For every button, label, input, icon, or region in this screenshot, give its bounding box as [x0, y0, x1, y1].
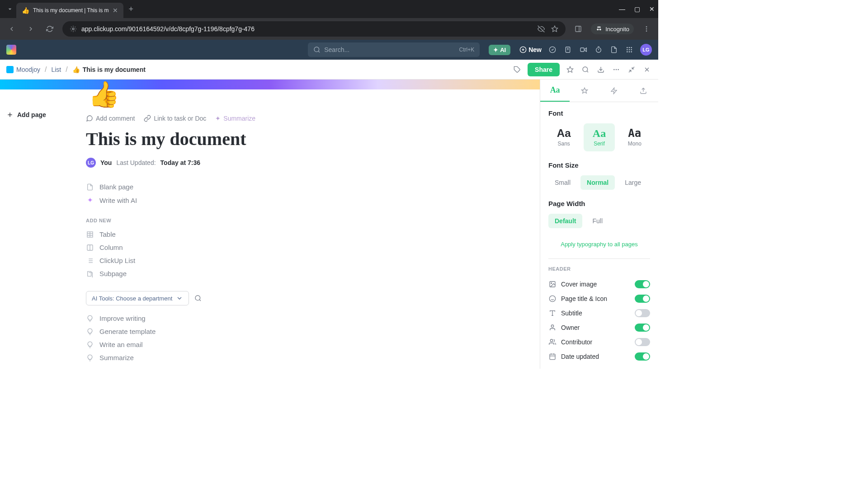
breadcrumb-list[interactable]: List — [51, 66, 61, 73]
browser-menu-button[interactable] — [640, 23, 653, 35]
workspace-icon — [6, 66, 14, 73]
incognito-badge[interactable]: Incognito — [591, 23, 634, 34]
sparkle-icon: ✦ — [493, 47, 498, 53]
breadcrumb-workspace[interactable]: Moodjoy — [6, 66, 40, 73]
browser-tab[interactable]: 👍 This is my document | This is m ✕ — [16, 3, 123, 18]
svg-rect-2 — [576, 26, 581, 32]
tag-icon[interactable] — [512, 65, 522, 75]
record-icon[interactable] — [579, 45, 588, 54]
svg-point-26 — [627, 49, 628, 51]
font-option-serif[interactable]: AaSerif — [584, 123, 614, 151]
doc-title[interactable]: This is my document — [86, 128, 439, 150]
star-icon[interactable] — [565, 65, 575, 75]
summarize-action[interactable]: ✦ Summarize — [215, 115, 255, 122]
style-tab[interactable] — [570, 80, 599, 102]
ai-search-button[interactable] — [194, 295, 202, 302]
minimize-button[interactable]: — — [619, 5, 625, 13]
apps-grid-icon[interactable] — [625, 45, 634, 54]
global-search[interactable]: Search... Ctrl+K — [308, 42, 480, 57]
width-option-full[interactable]: Full — [586, 214, 609, 228]
close-doc-icon[interactable] — [642, 65, 652, 75]
toggle-row-date-updated: Date updated — [548, 349, 650, 364]
toggle-switch[interactable] — [635, 352, 650, 361]
svg-point-0 — [72, 28, 74, 30]
close-window-button[interactable]: ✕ — [649, 5, 655, 13]
site-settings-icon[interactable] — [70, 25, 77, 33]
font-size-options: SmallNormalLarge — [548, 175, 650, 190]
width-option-default[interactable]: Default — [548, 214, 582, 228]
side-panel-button[interactable] — [572, 23, 585, 35]
column-icon — [86, 244, 94, 251]
font-option-sans[interactable]: AaSans — [548, 123, 579, 151]
download-icon[interactable] — [596, 65, 606, 75]
font-option-mono[interactable]: AaMono — [619, 123, 650, 151]
toggle-row-contributor: Contributor — [548, 335, 650, 349]
bulb-icon — [86, 315, 94, 322]
image-icon — [548, 281, 557, 288]
tab-close-icon[interactable]: ✕ — [113, 7, 118, 14]
svg-line-35 — [587, 71, 588, 72]
new-button[interactable]: New — [519, 46, 542, 53]
add-table[interactable]: Table — [86, 228, 439, 241]
bookmark-star-icon[interactable] — [551, 25, 558, 33]
panel-tabs: Aa — [540, 80, 658, 102]
ai-item[interactable]: Improve writing — [86, 312, 439, 325]
svg-point-37 — [616, 69, 617, 70]
back-button[interactable] — [5, 23, 18, 35]
author-avatar[interactable]: LG — [86, 158, 96, 168]
page-icon — [86, 183, 94, 191]
new-tab-button[interactable]: + — [129, 5, 134, 14]
cover-gradient[interactable] — [0, 80, 540, 89]
browser-tab-strip: 👍 This is my document | This is m ✕ + — … — [0, 0, 658, 18]
ai-button[interactable]: ✦ AI — [489, 45, 510, 55]
eye-off-icon[interactable] — [538, 25, 545, 33]
clock-icon[interactable] — [594, 45, 603, 54]
size-option-small[interactable]: Small — [548, 175, 577, 190]
url-text: app.clickup.com/9016164592/v/dc/8cpfg7g-… — [81, 25, 255, 33]
ai-item[interactable]: Generate template — [86, 325, 439, 338]
forward-button[interactable] — [24, 23, 37, 35]
add-page-button[interactable]: Add page — [6, 111, 46, 118]
starter-sparkle[interactable]: ✦Write with AI — [86, 193, 439, 207]
maximize-button[interactable]: ▢ — [634, 5, 640, 13]
tab-search-dropdown[interactable] — [4, 3, 16, 15]
clickup-logo[interactable] — [6, 45, 16, 55]
ai-tools-dropdown[interactable]: AI Tools: Choose a department — [86, 291, 189, 305]
link-task-action[interactable]: Link to task or Doc — [144, 115, 206, 122]
add-list[interactable]: ClickUp List — [86, 254, 439, 267]
size-option-large[interactable]: Large — [618, 175, 647, 190]
document-area: 👍 Add page Add comment Link to task or D… — [0, 80, 540, 369]
typography-tab[interactable]: Aa — [540, 80, 570, 102]
doc-meta: LG You Last Updated: Today at 7:36 — [86, 158, 439, 168]
collapse-icon[interactable] — [627, 65, 637, 75]
updated-value: Today at 7:36 — [160, 159, 200, 166]
add-subpage[interactable]: Subpage — [86, 267, 439, 280]
toggle-switch[interactable] — [635, 324, 650, 332]
notepad-icon[interactable] — [563, 45, 572, 54]
add-comment-action[interactable]: Add comment — [86, 115, 135, 122]
more-menu-icon[interactable] — [611, 65, 621, 75]
toggle-switch[interactable] — [635, 295, 650, 303]
ai-panel-tab[interactable] — [599, 80, 629, 102]
address-bar[interactable]: app.clickup.com/9016164592/v/dc/8cpfg7g-… — [62, 21, 566, 37]
starter-page[interactable]: Blank page — [86, 180, 439, 193]
search-doc-icon[interactable] — [580, 65, 590, 75]
add-column[interactable]: Column — [86, 241, 439, 254]
share-button[interactable]: Share — [528, 63, 560, 76]
svg-point-31 — [631, 51, 632, 52]
check-circle-icon[interactable] — [548, 45, 557, 54]
doc-icon[interactable] — [609, 45, 618, 54]
size-option-normal[interactable]: Normal — [580, 175, 615, 190]
breadcrumb-current[interactable]: 👍 This is my document — [72, 66, 146, 73]
doc-emoji-large[interactable]: 👍 — [88, 80, 120, 109]
reload-button[interactable] — [43, 23, 56, 35]
apply-typography-link[interactable]: Apply typography to all pages — [548, 238, 650, 250]
ai-item[interactable]: Summarize — [86, 351, 439, 364]
toggle-switch[interactable] — [635, 338, 650, 346]
toggle-switch[interactable] — [635, 280, 650, 288]
toggle-switch[interactable] — [635, 309, 650, 317]
ai-item[interactable]: Write an email — [86, 338, 439, 351]
svg-marker-33 — [567, 66, 573, 72]
user-avatar[interactable]: LG — [640, 44, 652, 56]
export-tab[interactable] — [629, 80, 658, 102]
